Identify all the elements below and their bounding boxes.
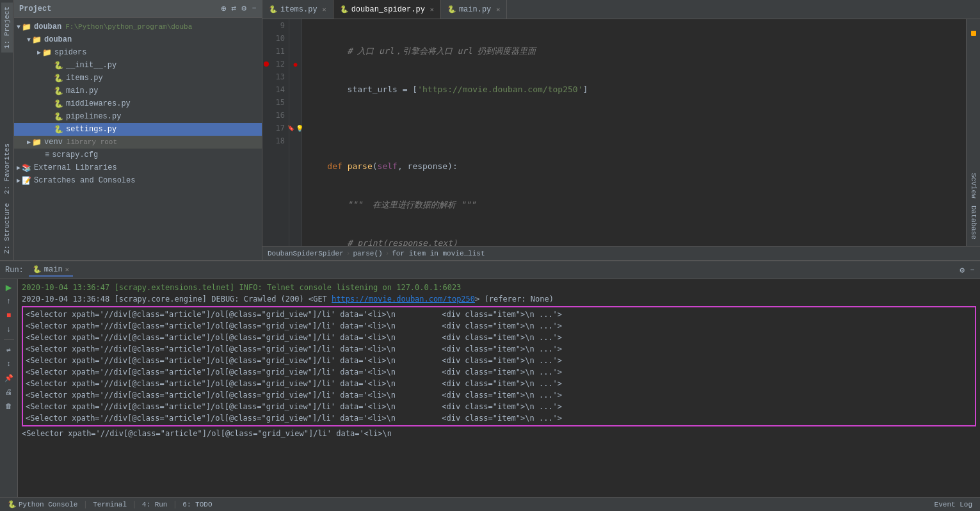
run-up-button[interactable]: ↑ [3, 296, 15, 307]
tab-douban-spider[interactable]: 🐍 douban_spider.py ✕ [333, 0, 441, 19]
breadcrumb-method[interactable]: parse() [353, 250, 382, 257]
breadcrumb-sep1: › [346, 250, 351, 257]
run-tab-main[interactable]: 🐍 main ✕ [29, 264, 73, 277]
run-label: Run: [5, 266, 24, 275]
project-panel: Project ⊕ ⇄ ⚙ – ▼ 📁 douban F:\Python\pyt… [14, 0, 262, 260]
run-down-button[interactable]: ↓ [3, 324, 15, 336]
status-todo[interactable]: 6: TODO [180, 501, 214, 508]
panel-sync-icon[interactable]: ⇄ [232, 3, 237, 14]
panel-title: Project [19, 4, 51, 13]
breadcrumb: DoubanSpiderSpider › parse() › for item … [262, 246, 980, 260]
tab-items[interactable]: 🐍 items.py ✕ [262, 0, 333, 19]
tab-main[interactable]: 🐍 main.py ✕ [441, 0, 507, 19]
output-line-debug1: 2020-10-04 13:36:48 [scrapy.core.engine]… [22, 293, 976, 305]
panel-add-icon[interactable]: ⊕ [221, 3, 226, 14]
right-tab-database[interactable]: Database [968, 202, 979, 243]
tab-label-main: main.py [459, 5, 491, 14]
selector-line-1: <Selector xpath='//div[@class="article"]… [26, 309, 972, 320]
tab-close-items[interactable]: ✕ [323, 6, 326, 13]
tab-bar: 🐍 items.py ✕ 🐍 douban_spider.py ✕ 🐍 main… [262, 0, 980, 19]
panel-settings-icon[interactable]: ⚙ [241, 3, 246, 14]
tree-item-venv[interactable]: ▶ 📁 venv library root [14, 136, 262, 149]
tree-item-settings[interactable]: 🐍 settings.py [14, 123, 262, 136]
run-panel: Run: 🐍 main ✕ ⚙ – ▶ ↑ ■ ↓ ⇌ ↕ 📌 [0, 260, 980, 497]
tab-icon-items: 🐍 [269, 5, 278, 13]
selector-line-2: <Selector xpath='//div[@class="article"]… [26, 320, 972, 332]
tree-item-pipelines[interactable]: 🐍 pipelines.py [14, 110, 262, 123]
run-settings-icon[interactable]: ⚙ [960, 265, 965, 275]
code-line-12: def parse(self, response): [307, 160, 961, 173]
status-event-log[interactable]: Event Log [932, 501, 975, 508]
run-stop-button[interactable]: ■ [3, 310, 15, 321]
code-line-10: start_urls = ['https://movie.douban.com/… [307, 83, 961, 96]
status-terminal[interactable]: Terminal [90, 501, 129, 508]
tab-close-douban[interactable]: ✕ [430, 6, 434, 13]
code-line-9: # 入口 url，引擎会将入口 url 扔到调度器里面 [307, 45, 961, 58]
tree-item-spiders[interactable]: ▶ 📁 spiders [14, 46, 262, 59]
breadcrumb-sep2: › [385, 250, 390, 257]
status-bar: 🐍 Python Console | Terminal | 4: Run | 6… [0, 497, 980, 511]
code-editor[interactable]: 9 10 11 12 13 14 15 16 17 18 [262, 19, 966, 246]
left-tab-favorites[interactable]: 2: Favorites [1, 140, 13, 198]
tab-icon-main: 🐍 [447, 5, 456, 13]
selector-line-3: <Selector xpath='//div[@class="article"]… [26, 332, 972, 343]
selector-line-partial: <Selector xpath='//div[@class="article"]… [22, 428, 976, 439]
gutter-icons: ● 🔖 💡 [289, 19, 302, 246]
selector-line-6: <Selector xpath='//div[@class="article"]… [26, 366, 972, 378]
tree-item-scratches[interactable]: ▶ 📝 Scratches and Consoles [14, 174, 262, 187]
tree-item-init[interactable]: 🐍 __init__.py [14, 59, 262, 72]
tab-close-main[interactable]: ✕ [496, 6, 500, 13]
code-line-14: # print(response.text) [307, 237, 961, 246]
project-tree: ▼ 📁 douban F:\Python\python_program\doub… [14, 18, 262, 260]
tab-label-douban: douban_spider.py [351, 5, 425, 14]
run-minimize-icon[interactable]: – [970, 265, 975, 275]
selector-line-7: <Selector xpath='//div[@class="article"]… [26, 378, 972, 389]
selector-line-5: <Selector xpath='//div[@class="article"]… [26, 355, 972, 366]
tree-item-douban[interactable]: ▼ 📁 douban [14, 33, 262, 46]
status-python-console[interactable]: 🐍 Python Console [5, 500, 80, 508]
right-tab-scview[interactable]: ScView [968, 169, 979, 202]
breadcrumb-context[interactable]: for item in movie_list [392, 250, 485, 257]
code-line-11 [307, 122, 961, 134]
run-trash-button[interactable]: 🗑 [3, 400, 15, 412]
status-separator1: | [83, 499, 88, 509]
python-icon: 🐍 [8, 500, 17, 508]
run-pin-button[interactable]: 📌 [3, 372, 15, 384]
line-numbers: 9 10 11 12 13 14 15 16 17 18 [262, 19, 289, 246]
tab-label-items: items.py [280, 5, 317, 14]
tree-item-external-libs[interactable]: ▶ 📚 External Libraries [14, 161, 262, 174]
left-tab-structure[interactable]: Z: Structure [1, 199, 13, 257]
left-tab-project[interactable]: 1: Project [1, 3, 13, 53]
status-separator3: | [172, 499, 177, 509]
code-content[interactable]: # 入口 url，引擎会将入口 url 扔到调度器里面 start_urls =… [302, 19, 966, 246]
selector-line-9: <Selector xpath='//div[@class="article"]… [26, 401, 972, 412]
url-link[interactable]: https://movie.douban.com/top250 [332, 295, 475, 304]
tree-item-items[interactable]: 🐍 items.py [14, 72, 262, 85]
run-play-button[interactable]: ▶ [3, 282, 15, 293]
selector-line-8: <Selector xpath='//div[@class="article"]… [26, 389, 972, 401]
breadcrumb-class[interactable]: DoubanSpiderSpider [268, 250, 344, 257]
selector-line-10: <Selector xpath='//div[@class="article"]… [26, 412, 972, 424]
status-run[interactable]: 4: Run [140, 501, 170, 508]
run-buttons-sidebar: ▶ ↑ ■ ↓ ⇌ ↕ 📌 🖨 🗑 [0, 279, 18, 497]
code-line-13: """ 在这里进行数据的解析 """ [307, 199, 961, 211]
panel-minimize-icon[interactable]: – [252, 3, 257, 14]
output-line-info1: 2020-10-04 13:36:47 [scrapy.extensions.t… [22, 282, 976, 293]
tree-item-root[interactable]: ▼ 📁 douban F:\Python\python_program\doub… [14, 20, 262, 33]
bookmark-icon: 🔖 [287, 125, 294, 131]
tree-item-main[interactable]: 🐍 main.py [14, 85, 262, 97]
tree-item-middlewares[interactable]: 🐍 middlewares.py [14, 97, 262, 110]
run-wrap-button[interactable]: ⇌ [3, 344, 15, 355]
selector-line-4: <Selector xpath='//div[@class="article"]… [26, 343, 972, 355]
run-scroll-button[interactable]: ↕ [3, 358, 15, 369]
run-output[interactable]: 2020-10-04 13:36:47 [scrapy.extensions.t… [18, 279, 980, 497]
tab-icon-douban: 🐍 [340, 5, 349, 13]
selector-output-box: <Selector xpath='//div[@class="article"]… [22, 306, 976, 426]
status-separator2: | [132, 499, 137, 509]
tree-item-scrapy-cfg[interactable]: ≡ scrapy.cfg [14, 149, 262, 161]
run-print-button[interactable]: 🖨 [3, 386, 15, 398]
